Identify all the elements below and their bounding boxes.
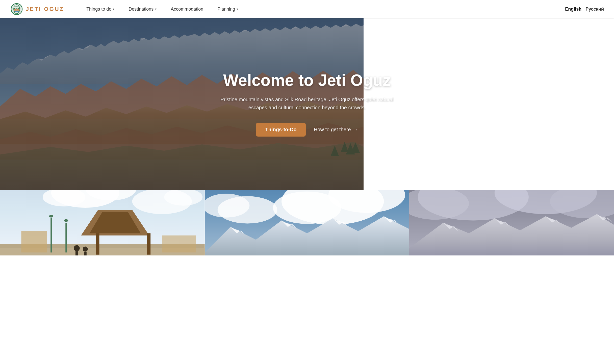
how-to-get-there-link[interactable]: How to get there → (314, 127, 358, 133)
main-nav: JETI OGUZ Things to do ▾ Destinations ▾ … (0, 0, 614, 18)
hero-title: Welcome to Jeti Oguz (214, 71, 400, 89)
svg-point-29 (83, 247, 88, 252)
language-switcher: English Русский (565, 7, 604, 12)
destination-card-1[interactable] (0, 190, 205, 255)
nav-links: Things to do ▾ Destinations ▾ Accommodat… (79, 7, 565, 12)
hero-section: Welcome to Jeti Oguz Pristine mountain v… (0, 18, 614, 190)
nav-destinations[interactable]: Destinations ▾ (121, 7, 164, 12)
card-3-image (409, 190, 614, 255)
nav-things-to-do[interactable]: Things to do ▾ (79, 7, 121, 12)
nav-accommodation[interactable]: Accommodation (164, 7, 210, 12)
hero-subtitle: Pristine mountain vistas and Silk Road h… (214, 95, 400, 112)
hero-cta-group: Things-to-Do How to get there → (214, 123, 400, 137)
things-to-do-button[interactable]: Things-to-Do (256, 123, 305, 137)
lang-russian[interactable]: Русский (585, 7, 604, 12)
card-1-image (0, 190, 205, 255)
lang-english[interactable]: English (565, 7, 581, 12)
svg-rect-28 (75, 251, 78, 255)
svg-rect-30 (84, 252, 87, 255)
destination-card-2[interactable] (205, 190, 410, 255)
svg-point-18 (49, 215, 53, 218)
logo-icon (10, 3, 23, 16)
chevron-down-icon: ▾ (237, 7, 238, 11)
site-logo[interactable]: JETI OGUZ (10, 3, 64, 16)
svg-rect-25 (21, 231, 47, 252)
svg-rect-26 (162, 236, 196, 253)
arrow-icon: → (353, 127, 358, 133)
hero-content: Welcome to Jeti Oguz Pristine mountain v… (209, 71, 405, 136)
svg-point-27 (74, 245, 80, 251)
cards-section (0, 190, 614, 255)
svg-point-20 (64, 219, 68, 222)
svg-point-36 (205, 194, 249, 218)
nav-planning[interactable]: Planning ▾ (210, 7, 245, 12)
svg-rect-24 (147, 233, 151, 254)
card-2-image (205, 190, 410, 255)
svg-point-34 (273, 192, 341, 224)
svg-rect-23 (96, 233, 99, 254)
logo-text: JETI OGUZ (26, 6, 64, 12)
chevron-down-icon: ▾ (155, 7, 157, 11)
destination-card-3[interactable] (409, 190, 614, 255)
chevron-down-icon: ▾ (113, 7, 114, 11)
